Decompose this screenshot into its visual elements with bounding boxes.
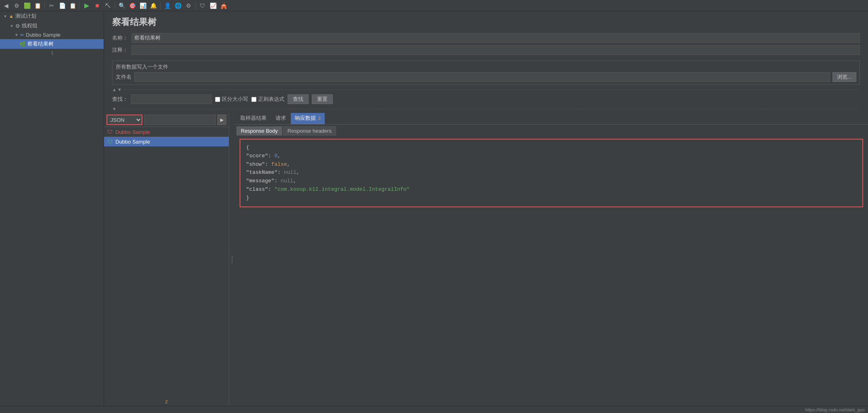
toolbar-icon-back[interactable]: ◀	[2, 1, 10, 10]
json-expand-input[interactable]	[144, 115, 216, 125]
toolbar-icon-play[interactable]: ▶	[82, 1, 91, 10]
sub-tab-response-headers[interactable]: Response headers	[283, 126, 336, 136]
toolbar-divider-2	[79, 2, 80, 9]
reset-button[interactable]: 重置	[312, 94, 333, 104]
case-sensitive-checkbox[interactable]	[215, 97, 220, 102]
status-bar: https://blog.csdn.net/dark_guo	[0, 406, 868, 413]
status-url: https://blog.csdn.net/dark_guo	[805, 407, 865, 412]
name-input[interactable]	[131, 33, 860, 43]
file-row: 文件名 浏览...	[116, 72, 856, 82]
page-title: 察看结果树	[104, 11, 868, 31]
divider-dots-1	[124, 90, 858, 90]
toolbar-icon-5[interactable]: ✂	[47, 1, 56, 10]
regex-text: 正则表达式	[258, 96, 284, 103]
section-divider-1: ▲ ▼	[104, 86, 868, 93]
json-arrow-right[interactable]: ▶	[217, 115, 226, 125]
code-score-key: "score":	[246, 153, 274, 159]
tree-item-view-results[interactable]: 🌿 察看结果树	[0, 39, 104, 49]
code-comma-4: ,	[293, 178, 296, 184]
comment-row: 注释：	[112, 45, 860, 55]
tab-response-label: 响应数据	[295, 115, 316, 121]
right-panel: 察看结果树 名称： 注释： 所有数据写入一个文件 文件名 浏览... ▲ ▼	[104, 11, 868, 406]
toolbar-icon-4[interactable]: 📋	[33, 1, 42, 10]
code-line-5: "message": null,	[246, 177, 857, 186]
format-select[interactable]: JSON Text HTML XML	[106, 115, 142, 125]
toolbar-divider-1	[44, 2, 45, 9]
pen-icon: ✏	[20, 32, 24, 38]
search-label: 查找：	[112, 96, 128, 103]
code-show-val: false	[271, 161, 287, 167]
sample-item-failed[interactable]: 🛡 Dubbo Sample	[104, 127, 229, 137]
toolbar-icon-16[interactable]: 🛡	[198, 1, 207, 10]
code-brace-open: {	[246, 144, 249, 150]
sub-tab-response-body[interactable]: Response Body	[236, 126, 282, 136]
result-list: JSON Text HTML XML ▶ 🛡 Dubbo Sample	[104, 113, 229, 406]
code-line-7: }	[246, 194, 857, 202]
sample-label-failed: Dubbo Sample	[115, 129, 150, 135]
toolbar-icon-3[interactable]: 🟩	[23, 1, 31, 10]
tree-item-dubbo-sample[interactable]: ▼ ✏ Dubbo Sample	[0, 31, 104, 39]
tree-arrow-thread-group: ▼	[10, 24, 14, 28]
tab-request[interactable]: 请求	[271, 113, 290, 124]
browse-button[interactable]: 浏览...	[833, 72, 856, 82]
toolbar-icon-18[interactable]: 🎪	[219, 1, 228, 10]
search-button[interactable]: 查找	[288, 94, 309, 104]
tabs-row: 取样器结果 请求 响应数据 3	[235, 113, 868, 125]
name-row: 名称：	[112, 33, 860, 43]
file-input[interactable]	[134, 72, 830, 82]
code-brace-close: }	[246, 195, 249, 201]
resize-dot-3	[232, 260, 233, 261]
sample-list: 🛡 Dubbo Sample 🛡 Dubbo Sample	[104, 127, 229, 398]
sub-tab-headers-label: Response headers	[288, 128, 332, 134]
toolbar-icon-14[interactable]: 🌐	[173, 1, 182, 10]
code-line-1: {	[246, 144, 857, 152]
tab-sampler-result[interactable]: 取样器结果	[236, 113, 271, 124]
toolbar-icon-stop[interactable]: ■	[93, 1, 102, 10]
regex-label: 正则表达式	[251, 96, 284, 103]
regex-checkbox[interactable]	[251, 97, 257, 102]
tree-arrow-test-plan: ▼	[3, 14, 7, 19]
sample-item-success[interactable]: 🛡 Dubbo Sample	[104, 137, 229, 146]
resize-handle[interactable]	[229, 113, 235, 406]
toolbar-icon-15[interactable]: ⚙	[184, 1, 193, 10]
tab-sampler-label: 取样器结果	[240, 115, 267, 121]
code-comma-2: ,	[287, 161, 290, 167]
code-taskname-key: "taskName":	[246, 169, 284, 175]
code-message-val: null	[281, 178, 293, 184]
toolbar-icon-11[interactable]: 📊	[138, 1, 147, 10]
toolbar-icon-17[interactable]: 📈	[209, 1, 217, 10]
code-taskname-val: null	[284, 169, 296, 175]
div-arrow-up: ▲	[112, 87, 117, 92]
sample-label-success: Dubbo Sample	[115, 139, 150, 145]
toolbar-icon-8[interactable]: ⛏	[103, 1, 112, 10]
comment-input[interactable]	[131, 45, 860, 55]
toolbar-icon-7[interactable]: 📋	[68, 1, 77, 10]
toolbar-icon-9[interactable]: 🔍	[117, 1, 126, 10]
leaf-icon: 🌿	[19, 41, 26, 47]
toolbar-icon-13[interactable]: 👤	[163, 1, 172, 10]
toolbar-icon-10[interactable]: 🎯	[128, 1, 137, 10]
case-sensitive-label: 区分大小写	[215, 96, 248, 103]
name-label: 名称：	[112, 34, 128, 42]
search-area: 查找： 区分大小写 正则表达式 查找 重置	[104, 93, 868, 106]
tab-response-data[interactable]: 响应数据 3	[291, 113, 325, 124]
search-input[interactable]	[131, 94, 212, 104]
tree-item-test-plan[interactable]: ▼ ▲ 测试计划	[0, 11, 104, 21]
main-layout: ▼ ▲ 测试计划 ▼ ⚙ 线程组 ▼ ✏ Dubbo Sample 🌿 察看结果…	[0, 11, 868, 406]
div-arrow-down: ▼	[117, 87, 122, 92]
left-panel: ▼ ▲ 测试计划 ▼ ⚙ 线程组 ▼ ✏ Dubbo Sample 🌿 察看结果…	[0, 11, 104, 406]
code-comma-1: ,	[278, 153, 281, 159]
resize-dot-2	[232, 258, 233, 259]
failed-icon: 🛡	[107, 129, 113, 135]
code-message-key: "message":	[246, 178, 281, 184]
sample-badge: 2	[104, 398, 229, 406]
tree-item-thread-group[interactable]: ▼ ⚙ 线程组	[0, 21, 104, 31]
code-line-6: "class": "com.kooup.k12.integral.model.I…	[246, 186, 857, 194]
code-show-key: "show":	[246, 161, 271, 167]
toolbar-divider-4	[160, 2, 161, 9]
code-line-3: "show": false,	[246, 161, 857, 169]
toolbar-icon-forward[interactable]: ⚙	[12, 1, 21, 10]
toolbar-icon-6[interactable]: 📄	[58, 1, 67, 10]
toolbar-icon-12[interactable]: 🔔	[149, 1, 158, 10]
code-viewer-inner: { "score": 0, "show": false, "taskName":…	[240, 139, 863, 207]
